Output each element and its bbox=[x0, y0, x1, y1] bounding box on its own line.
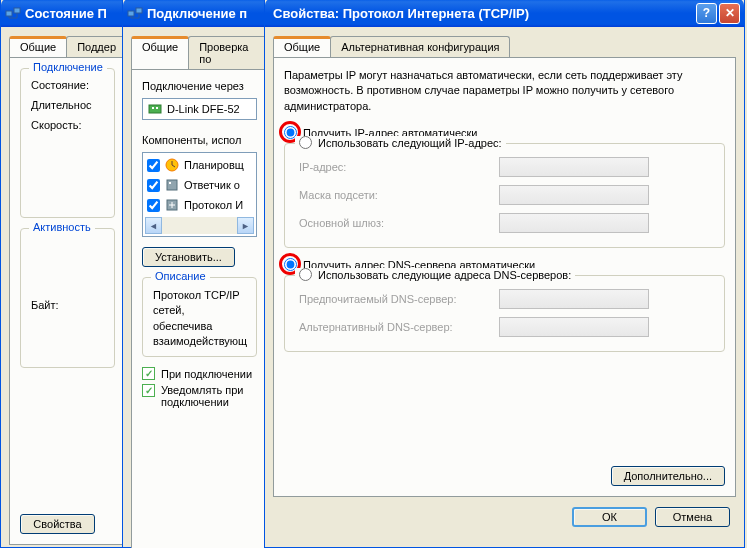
ip-manual-radio[interactable]: Использовать следующий IP-адрес: bbox=[295, 136, 506, 149]
components-label: Компоненты, испол bbox=[142, 134, 257, 146]
svg-rect-2 bbox=[128, 11, 134, 16]
scrollbar-horizontal[interactable]: ◄ ► bbox=[145, 217, 254, 234]
dns-alt-input bbox=[499, 317, 649, 337]
scheduler-icon bbox=[164, 157, 180, 173]
notify-connect-check[interactable]: ✓ При подключении bbox=[142, 367, 257, 380]
checkbox-icon: ✓ bbox=[142, 367, 155, 380]
install-button[interactable]: Установить... bbox=[142, 247, 235, 267]
dns-pref-label: Предпочитаемый DNS-сервер: bbox=[299, 293, 499, 305]
tabs-conn: Общие Проверка по bbox=[131, 36, 268, 69]
tab-panel-tcpip: Параметры IP могут назначаться автоматич… bbox=[273, 57, 736, 497]
checkbox-icon: ✓ bbox=[142, 384, 155, 397]
tab-panel-status: Подключение Состояние: Длительнос Скорос… bbox=[9, 57, 126, 545]
tab-panel-conn: Подключение через D-Link DFE-52 Компонен… bbox=[131, 69, 268, 548]
svg-rect-1 bbox=[14, 8, 20, 13]
components-list[interactable]: Планировщ Ответчик о Протокол И ◄ ► bbox=[142, 152, 257, 237]
svg-rect-5 bbox=[152, 107, 154, 109]
check-label: При подключении bbox=[161, 368, 252, 380]
list-item[interactable]: Планировщ bbox=[145, 155, 254, 175]
advanced-button[interactable]: Дополнительно... bbox=[611, 466, 725, 486]
tab-alt-config[interactable]: Альтернативная конфигурация bbox=[330, 36, 510, 57]
tabs-tcpip: Общие Альтернативная конфигурация bbox=[273, 36, 736, 57]
speed-label: Скорость: bbox=[31, 119, 104, 131]
network-icon bbox=[5, 5, 21, 21]
dns-alt-label: Альтернативный DNS-сервер: bbox=[299, 321, 499, 333]
svg-rect-0 bbox=[6, 11, 12, 16]
dns-manual-radio[interactable]: Использовать следующие адреса DNS-сервер… bbox=[295, 268, 575, 281]
check-label: Уведомлять при подключении bbox=[161, 384, 243, 408]
titlebar-conn[interactable]: Подключение п bbox=[123, 0, 276, 27]
desc-text: Протокол TCP/IP сетей, обеспечива взаимо… bbox=[153, 288, 246, 350]
component-label: Ответчик о bbox=[184, 179, 240, 191]
protocol-icon bbox=[164, 197, 180, 213]
ip-mask-label: Маска подсети: bbox=[299, 189, 499, 201]
close-button[interactable]: ✕ bbox=[719, 3, 740, 24]
svg-rect-4 bbox=[149, 105, 161, 113]
desc-title: Описание bbox=[151, 270, 210, 282]
intro-text: Параметры IP могут назначаться автоматич… bbox=[284, 68, 725, 114]
scroll-right-button[interactable]: ► bbox=[237, 217, 254, 234]
description-group: Описание Протокол TCP/IP сетей, обеспечи… bbox=[142, 277, 257, 357]
ip-addr-label: IP-адрес: bbox=[299, 161, 499, 173]
title-text: Состояние П bbox=[25, 6, 130, 21]
component-label: Планировщ bbox=[184, 159, 244, 171]
tab-general[interactable]: Общие bbox=[131, 36, 189, 69]
duration-label: Длительнос bbox=[31, 99, 104, 111]
scroll-left-button[interactable]: ◄ bbox=[145, 217, 162, 234]
radio-label: Использовать следующий IP-адрес: bbox=[318, 137, 502, 149]
tab-auth[interactable]: Проверка по bbox=[188, 36, 269, 69]
help-button[interactable]: ? bbox=[696, 3, 717, 24]
ip-mask-input bbox=[499, 185, 649, 205]
network-icon bbox=[127, 5, 143, 21]
adapter-name: D-Link DFE-52 bbox=[167, 103, 252, 115]
tab-general[interactable]: Общие bbox=[9, 36, 67, 57]
connection-props-window: Подключение п Общие Проверка по Подключе… bbox=[122, 0, 277, 548]
notify-limited-check[interactable]: ✓ Уведомлять при подключении bbox=[142, 384, 257, 408]
conn-group-title: Подключение bbox=[29, 61, 107, 73]
svg-rect-9 bbox=[169, 182, 171, 184]
ip-gw-input bbox=[499, 213, 649, 233]
conn-via-label: Подключение через bbox=[142, 80, 257, 92]
tcpip-props-window: Свойства: Протокол Интернета (TCP/IP) ? … bbox=[264, 0, 745, 548]
title-text: Подключение п bbox=[147, 6, 272, 21]
cancel-button[interactable]: Отмена bbox=[655, 507, 730, 527]
ip-gw-label: Основной шлюз: bbox=[299, 217, 499, 229]
properties-button[interactable]: Свойства bbox=[20, 514, 95, 534]
state-label: Состояние: bbox=[31, 79, 104, 91]
ip-manual-group: Использовать следующий IP-адрес: IP-адре… bbox=[284, 143, 725, 248]
nic-icon bbox=[147, 101, 163, 117]
status-window: Состояние П Общие Поддер Подключение Сос… bbox=[0, 0, 135, 548]
tab-support[interactable]: Поддер bbox=[66, 36, 127, 57]
activity-group: Активность Байт: bbox=[20, 228, 115, 368]
activity-group-title: Активность bbox=[29, 221, 95, 233]
ip-addr-input bbox=[499, 157, 649, 177]
component-label: Протокол И bbox=[184, 199, 243, 211]
title-text: Свойства: Протокол Интернета (TCP/IP) bbox=[269, 6, 694, 21]
list-item[interactable]: Ответчик о bbox=[145, 175, 254, 195]
svg-rect-8 bbox=[167, 180, 177, 190]
ok-button[interactable]: ОК bbox=[572, 507, 647, 527]
component-checkbox[interactable] bbox=[147, 199, 160, 212]
connection-group: Подключение Состояние: Длительнос Скорос… bbox=[20, 68, 115, 218]
titlebar-status[interactable]: Состояние П bbox=[1, 0, 134, 27]
dialog-buttons: ОК Отмена bbox=[265, 497, 744, 537]
dns-pref-input bbox=[499, 289, 649, 309]
radio-dns-manual[interactable] bbox=[299, 268, 312, 281]
dns-manual-group: Использовать следующие адреса DNS-сервер… bbox=[284, 275, 725, 352]
svg-rect-6 bbox=[156, 107, 158, 109]
tabs-status: Общие Поддер bbox=[9, 36, 126, 57]
component-checkbox[interactable] bbox=[147, 159, 160, 172]
component-checkbox[interactable] bbox=[147, 179, 160, 192]
list-item[interactable]: Протокол И bbox=[145, 195, 254, 215]
bytes-label: Байт: bbox=[31, 299, 104, 311]
radio-label: Использовать следующие адреса DNS-сервер… bbox=[318, 269, 571, 281]
radio-ip-manual[interactable] bbox=[299, 136, 312, 149]
titlebar-tcpip[interactable]: Свойства: Протокол Интернета (TCP/IP) ? … bbox=[265, 0, 744, 27]
adapter-combo[interactable]: D-Link DFE-52 bbox=[142, 98, 257, 120]
tab-general[interactable]: Общие bbox=[273, 36, 331, 57]
svg-rect-3 bbox=[136, 8, 142, 13]
responder-icon bbox=[164, 177, 180, 193]
